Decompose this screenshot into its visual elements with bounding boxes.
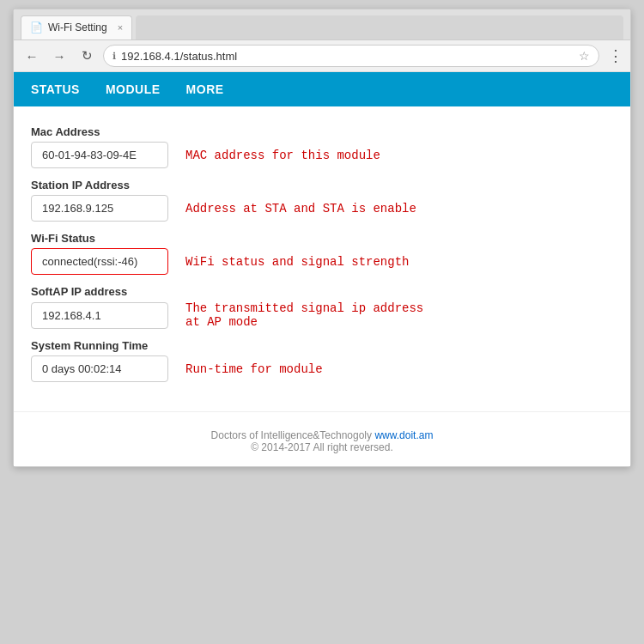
url-text: 192.168.4.1/status.html [121, 50, 574, 63]
running-time-annotation: Run-time for module [185, 362, 323, 376]
footer-link[interactable]: www.doit.am [374, 429, 433, 441]
nav-module[interactable]: MODULE [106, 82, 161, 96]
mac-address-row: 60-01-94-83-09-4E MAC address for this m… [31, 142, 613, 168]
toolbar: ← → ↻ ℹ 192.168.4.1/status.html ☆ ⋮ [14, 40, 630, 72]
address-bar[interactable]: ℹ 192.168.4.1/status.html ☆ [103, 45, 599, 67]
footer-line1: Doctors of Intelligence&Technogoly www.d… [14, 429, 630, 441]
station-ip-row: 192.168.9.125 Address at STA and STA is … [31, 195, 613, 222]
running-time-label: System Running Time [31, 339, 613, 352]
nav-status[interactable]: STATUS [31, 82, 80, 96]
active-tab[interactable]: 📄 Wi-Fi Setting × [21, 15, 132, 39]
station-ip-annotation: Address at STA and STA is enable [185, 202, 416, 216]
browser-menu-icon[interactable]: ⋮ [608, 46, 623, 65]
running-time-value: 0 days 00:02:14 [31, 355, 168, 382]
footer-line2: © 2014-2017 All right reversed. [14, 441, 630, 453]
forward-icon: → [53, 49, 66, 64]
mac-address-value: 60-01-94-83-09-4E [31, 142, 168, 168]
page-content: STATUS MODULE MORE Mac Address 60-01-94-… [14, 72, 630, 466]
softap-ip-value: 192.168.4.1 [31, 302, 168, 329]
station-ip-value: 192.168.9.125 [31, 195, 168, 222]
wifi-status-row: connected(rssi:-46) WiFi status and sign… [31, 248, 613, 275]
back-button[interactable]: ← [21, 45, 43, 67]
content-area: Mac Address 60-01-94-83-09-4E MAC addres… [14, 106, 630, 403]
wifi-status-annotation: WiFi status and signal strength [185, 255, 409, 269]
refresh-icon: ↻ [82, 48, 93, 64]
running-time-row: 0 days 00:02:14 Run-time for module [31, 355, 613, 382]
softap-ip-annotation: The transmitted signal ip address at AP … [185, 301, 423, 329]
tab-title: Wi-Fi Setting [48, 21, 107, 33]
nav-more[interactable]: MORE [186, 82, 224, 96]
new-tab-area [136, 15, 623, 39]
browser-window: 📄 Wi-Fi Setting × ← → ↻ ℹ 192.168.4.1/st… [13, 9, 631, 467]
secure-icon: ℹ [112, 51, 116, 62]
softap-ip-row: 192.168.4.1 The transmitted signal ip ad… [31, 301, 613, 329]
tab-page-icon: 📄 [30, 21, 43, 33]
tab-bar: 📄 Wi-Fi Setting × [14, 9, 630, 40]
back-icon: ← [26, 49, 39, 64]
nav-bar: STATUS MODULE MORE [14, 72, 630, 106]
refresh-button[interactable]: ↻ [76, 45, 98, 67]
softap-ip-label: SoftAP IP address [31, 285, 613, 298]
forward-button[interactable]: → [48, 45, 70, 67]
wifi-status-value: connected(rssi:-46) [31, 248, 168, 275]
mac-address-label: Mac Address [31, 125, 613, 138]
bookmark-icon[interactable]: ☆ [579, 49, 590, 63]
wifi-status-label: Wi-Fi Status [31, 232, 613, 245]
station-ip-label: Station IP Address [31, 179, 613, 191]
mac-address-annotation: MAC address for this module [185, 149, 380, 162]
tab-close-button[interactable]: × [118, 22, 123, 33]
footer: Doctors of Intelligence&Technogoly www.d… [14, 411, 630, 466]
